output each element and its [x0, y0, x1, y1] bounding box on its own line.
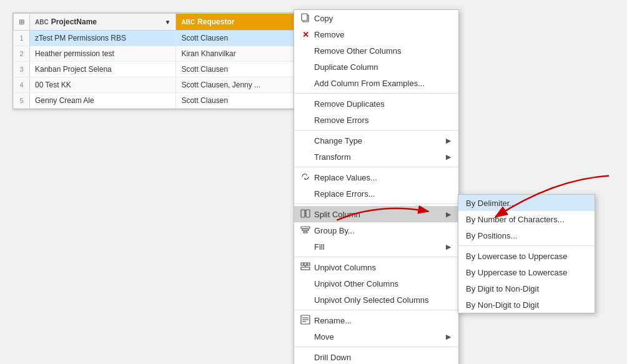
fill-arrow-icon: ▶: [446, 243, 451, 251]
menu-item-remove-duplicates[interactable]: Remove Duplicates: [294, 96, 458, 112]
main-area: ⊞ ABC ProjectName ▼ ABC Requestor: [0, 0, 627, 364]
menu-item-unpivot-columns-label: Unpivot Columns: [314, 263, 376, 272]
menu-item-transform[interactable]: Transform ▶: [294, 149, 458, 165]
separator-7: [294, 347, 458, 347]
submenu-item-by-delimiter[interactable]: By Delimiter...: [458, 195, 595, 211]
projectname-dropdown-icon[interactable]: ▼: [164, 19, 170, 26]
group-by-icon: [299, 225, 312, 237]
cell-3-requestor: Scott Clausen: [176, 62, 305, 77]
menu-item-drill-down[interactable]: Drill Down: [294, 349, 458, 364]
menu-item-add-column-examples-label: Add Column From Examples...: [314, 79, 425, 88]
table-icon: ⊞: [19, 18, 24, 26]
menu-item-copy-label: Copy: [314, 14, 333, 23]
table-header-row: ⊞ ABC ProjectName ▼ ABC Requestor: [14, 14, 305, 31]
row-num-3: 3: [14, 62, 30, 77]
submenu-item-by-lowercase-to-uppercase-label: By Lowercase to Uppercase: [466, 252, 568, 261]
cell-4-projectname: 00 Test KK: [30, 77, 176, 93]
split-column-submenu: By Delimiter... By Number of Characters.…: [458, 194, 595, 313]
svg-rect-8: [302, 229, 309, 231]
cell-2-projectname: Heather permission test: [30, 46, 176, 62]
menu-item-add-column-examples[interactable]: Add Column From Examples...: [294, 75, 458, 91]
menu-item-duplicate-column[interactable]: Duplicate Column: [294, 59, 458, 75]
row-num-4: 4: [14, 77, 30, 93]
menu-item-remove-errors[interactable]: Remove Errors: [294, 112, 458, 128]
table-row[interactable]: 4 00 Test KK Scott Clausen, Jenny ...: [14, 77, 305, 93]
split-column-icon: [299, 209, 312, 220]
svg-rect-11: [304, 263, 307, 265]
col-header-requestor-label: Requestor: [197, 17, 234, 26]
menu-item-fill-label: Fill: [314, 242, 325, 252]
transform-arrow-icon: ▶: [446, 153, 451, 161]
menu-item-rename-label: Rename...: [314, 316, 352, 325]
menu-item-move[interactable]: Move ▶: [294, 328, 458, 345]
change-type-arrow-icon: ▶: [446, 137, 451, 145]
svg-rect-5: [306, 210, 310, 217]
menu-item-replace-errors-label: Replace Errors...: [314, 189, 375, 199]
table-body: 1 zTest PM Permissions RBS Scott Clausen…: [14, 31, 305, 109]
remove-icon: ✕: [299, 30, 312, 39]
menu-item-unpivot-other-columns[interactable]: Unpivot Other Columns: [294, 275, 458, 292]
context-menu: Copy ✕ Remove Remove Other Columns Dupli…: [294, 9, 459, 364]
submenu-item-by-uppercase-to-lowercase[interactable]: By Uppercase to Lowercase: [458, 264, 595, 280]
separator-6: [294, 310, 458, 310]
copy-icon: [299, 12, 312, 24]
menu-item-split-column[interactable]: Split Column ▶: [294, 206, 458, 222]
submenu-separator-1: [458, 245, 595, 246]
menu-item-replace-errors[interactable]: Replace Errors...: [294, 185, 458, 202]
submenu-item-by-delimiter-label: By Delimiter...: [466, 199, 516, 208]
svg-marker-3: [306, 174, 307, 175]
menu-item-fill[interactable]: Fill ▶: [294, 239, 458, 255]
cell-2-requestor: Kiran Khanvilkar: [176, 46, 305, 62]
requestor-type-icon: ABC: [181, 19, 195, 26]
cell-1-projectname: zTest PM Permissions RBS: [30, 31, 176, 46]
menu-item-unpivot-columns[interactable]: Unpivot Columns: [294, 259, 458, 275]
data-table: ⊞ ABC ProjectName ▼ ABC Requestor: [13, 13, 305, 109]
menu-item-remove-label: Remove: [314, 30, 344, 39]
menu-item-remove-duplicates-label: Remove Duplicates: [314, 99, 385, 109]
table-row[interactable]: 2 Heather permission test Kiran Khanvilk…: [14, 46, 305, 62]
cell-4-requestor: Scott Clausen, Jenny ...: [176, 77, 305, 93]
submenu-item-by-lowercase-to-uppercase[interactable]: By Lowercase to Uppercase: [458, 248, 595, 264]
row-num-1: 1: [14, 31, 30, 46]
menu-item-remove-other-columns[interactable]: Remove Other Columns: [294, 42, 458, 59]
separator-4: [294, 204, 458, 204]
menu-item-drill-down-label: Drill Down: [314, 353, 351, 362]
menu-item-group-by[interactable]: Group By...: [294, 222, 458, 239]
menu-item-remove-errors-label: Remove Errors: [314, 116, 368, 125]
separator-1: [294, 93, 458, 94]
submenu-item-by-uppercase-to-lowercase-label: By Uppercase to Lowercase: [466, 268, 568, 277]
submenu-item-by-positions[interactable]: By Positions...: [458, 227, 595, 243]
menu-item-duplicate-column-label: Duplicate Column: [314, 62, 378, 72]
submenu-item-by-digit-to-non-digit-label: By Digit to Non-Digit: [466, 284, 539, 293]
menu-item-replace-values[interactable]: Replace Values...: [294, 169, 458, 185]
submenu-item-by-non-digit-to-digit[interactable]: By Non-Digit to Digit: [458, 297, 595, 313]
svg-rect-1: [302, 14, 307, 21]
rename-icon: [299, 315, 312, 327]
menu-item-transform-label: Transform: [314, 152, 351, 162]
cell-3-projectname: Kanban Project Selena: [30, 62, 176, 77]
table-row[interactable]: 5 Genny Cream Ale Scott Clausen: [14, 93, 305, 109]
row-num-5: 5: [14, 93, 30, 109]
row-number-col-header: ⊞: [14, 14, 30, 31]
menu-item-copy[interactable]: Copy: [294, 10, 458, 26]
table-container: ⊞ ABC ProjectName ▼ ABC Requestor: [12, 12, 306, 109]
menu-item-remove[interactable]: ✕ Remove: [294, 26, 458, 42]
menu-item-rename[interactable]: Rename...: [294, 312, 458, 328]
submenu-item-by-digit-to-non-digit[interactable]: By Digit to Non-Digit: [458, 280, 595, 297]
separator-2: [294, 130, 458, 130]
col-header-projectname[interactable]: ABC ProjectName ▼: [30, 14, 176, 31]
submenu-item-by-positions-label: By Positions...: [466, 231, 517, 240]
unpivot-icon: [299, 262, 312, 273]
table-row[interactable]: 3 Kanban Project Selena Scott Clausen: [14, 62, 305, 77]
menu-item-unpivot-only-selected[interactable]: Unpivot Only Selected Columns: [294, 292, 458, 308]
cell-5-projectname: Genny Cream Ale: [30, 93, 176, 109]
submenu-item-by-number-of-chars[interactable]: By Number of Characters...: [458, 211, 595, 227]
svg-rect-10: [301, 263, 304, 265]
table-row[interactable]: 1 zTest PM Permissions RBS Scott Clausen: [14, 31, 305, 46]
svg-rect-12: [307, 263, 310, 265]
replace-values-icon: [299, 172, 312, 184]
menu-item-change-type[interactable]: Change Type ▶: [294, 132, 458, 149]
col-header-requestor[interactable]: ABC Requestor ▼: [176, 14, 305, 31]
cell-1-requestor: Scott Clausen: [176, 31, 305, 46]
split-column-arrow-icon: ▶: [446, 210, 451, 219]
